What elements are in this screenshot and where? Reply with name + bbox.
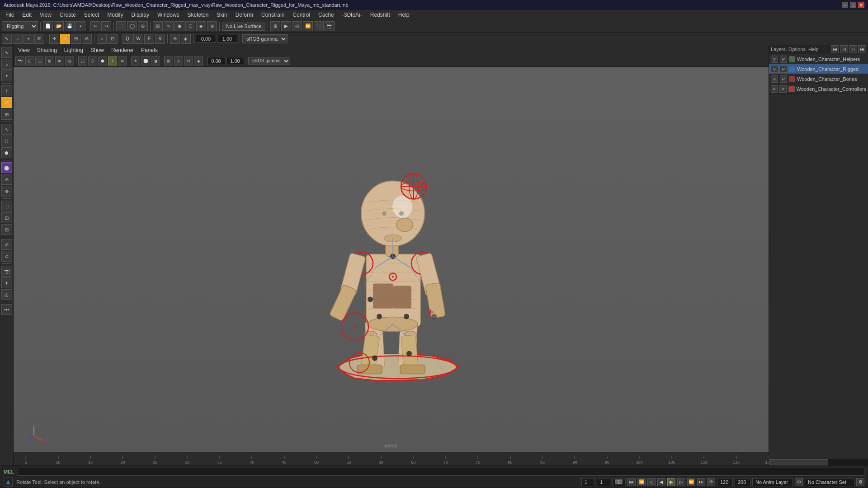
select-btn[interactable]: ↖ [1,47,12,58]
menu-skin[interactable]: Skin [213,11,231,19]
save-scene-btn[interactable]: 💾 [65,21,75,31]
vp-menu-shading[interactable]: Shading [34,46,60,54]
save-as-btn[interactable]: ▪ [75,21,85,31]
menu-3dtoai[interactable]: -3DtoAi- [339,11,366,19]
prev-key-btn[interactable]: ⏪ [637,478,646,486]
show-manip-btn[interactable]: ⊡ [108,34,118,44]
layer-v-bones[interactable]: V [771,75,778,83]
menu-display[interactable]: Display [128,11,153,19]
undo-btn[interactable]: ↩ [90,21,100,31]
prev-frame-btn[interactable]: ◁ [647,478,656,486]
rotation-x-input[interactable] [196,35,216,43]
minimize-button[interactable]: ─ [842,2,848,8]
menu-help[interactable]: Help [395,11,413,19]
hotkey-r-btn[interactable]: R [155,34,165,44]
no-anim-layer-field[interactable]: No Anim Layer [752,478,793,486]
deformer-btn[interactable]: ⬚ [1,201,12,211]
scale-btn-l[interactable]: ⊞ [1,109,12,120]
vp-menu-renderer[interactable]: Renderer [108,46,137,54]
vp-grid[interactable]: ⊞ [164,56,173,66]
layer-nav-next-next[interactable]: ⏭ [858,45,866,53]
menu-modify[interactable]: Modify [104,11,127,19]
layer-nav-prev[interactable]: ◁ [840,45,848,53]
frame-start-field[interactable]: 1 [597,478,610,486]
menu-view[interactable]: View [36,11,55,19]
vp-cam-frame-all[interactable]: ⬚ [35,56,44,66]
vp-isolate[interactable]: ◎ [65,56,74,66]
loop-btn[interactable]: ⟳ [707,478,715,486]
layer-p-controllers[interactable]: P [779,85,786,93]
lasso-btn-l[interactable]: ⌕ [1,59,12,70]
no-character-set-field[interactable]: No Character Set [805,478,854,486]
light-btn[interactable]: ☀ [1,277,12,288]
play-fwd-btn[interactable]: ▶ [667,478,675,486]
menu-control[interactable]: Control [289,11,314,19]
menu-cache[interactable]: Cache [315,11,338,19]
vp-shading-wireframe[interactable]: ⬚ [78,56,87,66]
cluster-btn[interactable]: ⊕ [1,186,12,197]
paint-btn-l[interactable]: ⌖ [1,70,12,81]
camera-btn[interactable]: 📷 [1,266,12,277]
hotkey-q-btn[interactable]: Q [123,34,132,44]
select-by-hierarchy-btn[interactable]: ⬚ [116,21,126,31]
render-settings-btn[interactable]: ⊞ [270,21,280,31]
redo-btn[interactable]: ↪ [101,21,111,31]
layer-p-rigged[interactable]: P [780,66,787,73]
vp-aa[interactable]: A [174,56,183,66]
universal-manip-btn[interactable]: ⊕ [82,34,92,44]
snap-grid-btn[interactable]: ⊞ [153,21,163,31]
close-button[interactable]: ✕ [858,2,864,8]
layer-row-bones[interactable]: V P Wooden_Character_Bones [769,74,868,84]
render-seq-btn[interactable]: ⏩ [303,21,313,31]
sculpt-btn[interactable]: ⌘ [34,34,44,44]
layer-v-controllers[interactable]: V [771,85,778,93]
maximize-button[interactable]: □ [850,2,856,8]
layer-v-rigged[interactable]: V [771,66,778,73]
paint-btn[interactable]: ⊕ [138,21,148,31]
menu-select[interactable]: Select [80,11,103,19]
scale-tool-btn[interactable]: ⊞ [71,34,81,44]
xray-btn[interactable]: ◈ [181,34,191,44]
hardware-render-btn[interactable]: ⬛ [314,21,324,31]
rotate-tool-btn[interactable]: ⟳ [60,34,70,44]
vp-cam-select[interactable]: 📷 [15,56,24,66]
go-start-btn[interactable]: ⏮ [627,478,636,486]
vp-gamma-input[interactable] [226,57,244,65]
lasso-select-btn[interactable]: ⌕ [13,34,23,44]
parent-btn[interactable]: ⊂ [1,251,12,262]
layer-p-helpers[interactable]: P [780,56,787,63]
snap-live-btn[interactable]: ⊛ [207,21,217,31]
timeline[interactable]: 1510152025303540455055606570758085909510… [0,452,769,465]
vp-menu-lighting[interactable]: Lighting [61,46,86,54]
vp-color-dropdown[interactable]: sRGB gamma [248,57,290,65]
move-btn-l[interactable]: ✛ [1,85,12,96]
vp-menu-view[interactable]: View [15,46,33,54]
vp-shadows[interactable]: ◑ [151,56,160,66]
vp-color-profile[interactable]: ◈ [194,56,203,66]
vp-cam-frame-sel[interactable]: ⊞ [45,56,54,66]
snap-curve-btn[interactable]: ∿ [164,21,174,31]
snap-surface-btn[interactable]: ⬡ [185,21,195,31]
layer-row-helpers[interactable]: V P Wooden_Character_Helpers [769,54,868,64]
vp-cam-fit[interactable]: ⊡ [25,56,34,66]
move-tool-btn[interactable]: ✛ [49,34,59,44]
surface-btn[interactable]: ⬡ [1,136,12,146]
joint-btn[interactable]: ⬤ [1,162,12,173]
nonlinear-btn[interactable]: ⊡ [1,212,12,223]
color-profile-dropdown[interactable]: sRGB gamma [242,34,288,43]
vp-lighting-all[interactable]: ⚪ [141,56,150,66]
layer-nav-prev-prev[interactable]: ⏮ [831,45,839,53]
menu-file[interactable]: File [2,11,18,19]
rotation-y-input[interactable] [217,35,237,43]
paint-select-btn[interactable]: ⌖ [24,34,33,44]
play-back-btn[interactable]: ◀ [657,478,665,486]
next-frame-btn[interactable]: ▷ [677,478,685,486]
open-scene-btn[interactable]: 📂 [54,21,64,31]
soft-mod-btn[interactable]: ○ [97,34,107,44]
menu-deform[interactable]: Deform [232,11,257,19]
menu-constrain[interactable]: Constrain [258,11,288,19]
vp-menu-panels[interactable]: Panels [138,46,160,54]
layer-p-bones[interactable]: P [780,75,787,83]
vp-shading-smooth[interactable]: ⬡ [88,56,97,66]
constraint-btn[interactable]: ⊘ [1,239,12,250]
